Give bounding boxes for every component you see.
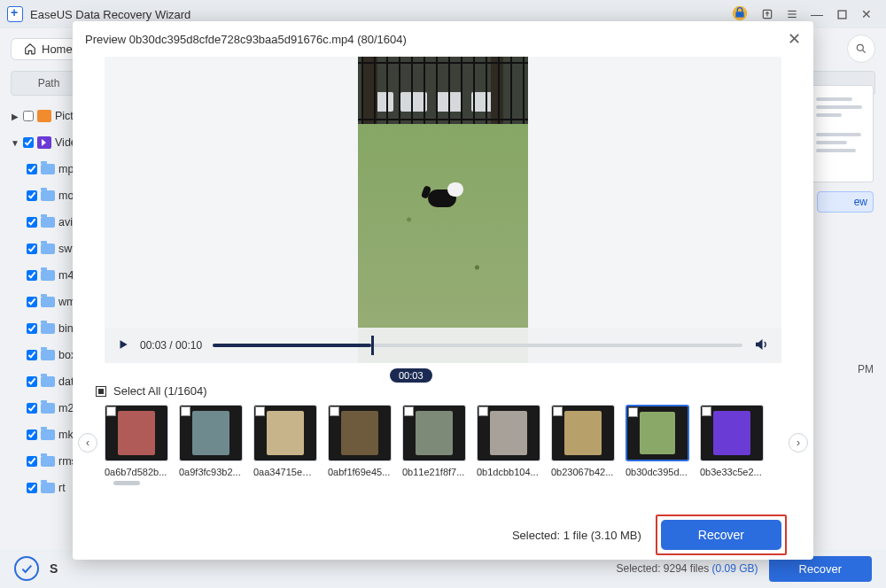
strip-scrollbar[interactable] xyxy=(113,481,140,485)
thumb-filename: 0b3e33c5e2... xyxy=(700,467,764,477)
thumb-filename: 0abf1f69e45... xyxy=(328,467,392,477)
svg-point-7 xyxy=(857,44,863,50)
app-logo-icon xyxy=(7,6,23,22)
close-button[interactable]: ✕ xyxy=(854,4,879,24)
folder-label: dat xyxy=(58,375,74,388)
thumb-checkbox[interactable] xyxy=(106,406,116,416)
folder-checkbox[interactable] xyxy=(27,164,37,174)
pictures-icon xyxy=(37,110,51,122)
thumb-checkbox[interactable] xyxy=(181,406,190,416)
video-preview[interactable]: 00:03 / 00:10 xyxy=(105,57,781,363)
folder-label: rt xyxy=(58,482,66,494)
select-all-row[interactable]: Select All (1/1604) xyxy=(96,384,813,398)
folder-checkbox[interactable] xyxy=(27,456,37,467)
svg-rect-1 xyxy=(735,12,743,17)
thumb-filename: 0a6b7d582b... xyxy=(105,467,168,477)
folder-icon xyxy=(41,190,55,201)
thumb-checkbox[interactable] xyxy=(330,406,339,416)
maximize-button[interactable] xyxy=(829,4,854,24)
folder-icon xyxy=(41,456,55,467)
thumb-checkbox[interactable] xyxy=(628,407,638,417)
folder-icon xyxy=(41,297,55,307)
folder-icon xyxy=(41,483,55,493)
thumb-checkbox[interactable] xyxy=(404,406,414,416)
svg-line-8 xyxy=(863,50,866,53)
thumb-checkbox[interactable] xyxy=(478,406,488,416)
path-label: Path xyxy=(22,77,75,89)
thumbnail-item[interactable]: 0b11e21f8f7... xyxy=(402,405,466,477)
time-display: 00:03 / 00:10 xyxy=(140,339,202,352)
select-all-label: Select All (1/1604) xyxy=(113,384,207,398)
video-controls: 00:03 / 00:10 xyxy=(105,328,781,363)
thumbnail-item[interactable]: 0b1dcbb104... xyxy=(477,405,540,477)
folder-checkbox[interactable] xyxy=(27,190,37,201)
strip-prev-button[interactable]: ‹ xyxy=(78,433,97,453)
chevron-down-icon[interactable]: ▼ xyxy=(11,138,19,148)
recover-button[interactable]: Recover xyxy=(661,520,781,550)
folder-icon xyxy=(41,323,55,334)
thumb-checkbox[interactable] xyxy=(553,406,563,416)
folder-checkbox[interactable] xyxy=(27,297,37,307)
folder-icon xyxy=(41,350,55,360)
folder-checkbox[interactable] xyxy=(27,323,37,334)
pm-label: PM xyxy=(858,363,874,375)
modal-selected-info: Selected: 1 file (3.10 MB) xyxy=(512,529,641,542)
thumbnail-item[interactable]: 0b3e33c5e2... xyxy=(700,405,764,477)
thumbnail-item[interactable]: 0a9f3fc93b2... xyxy=(179,405,243,477)
folder-checkbox[interactable] xyxy=(27,217,37,228)
search-button[interactable] xyxy=(847,35,875,63)
thumbnail-strip: ‹ › 0a6b7d582b...0a9f3fc93b2...0aa34715e… xyxy=(73,405,813,477)
folder-icon xyxy=(41,164,55,174)
videos-icon xyxy=(37,136,51,149)
seek-time-bubble: 00:03 xyxy=(390,368,432,383)
thumbnail-item[interactable]: 0b30dc395d... xyxy=(626,405,689,477)
folder-checkbox[interactable] xyxy=(27,244,37,254)
thumb-filename: 0b23067b42... xyxy=(551,467,615,477)
folder-icon xyxy=(41,244,55,254)
preview-thumbnail-peek xyxy=(810,85,874,182)
preview-modal: Preview 0b30dc395d8cfde728c93baa5d91676c… xyxy=(73,21,813,560)
scan-letter: S xyxy=(50,561,58,576)
folder-checkbox[interactable] xyxy=(27,483,37,493)
thumb-filename: 0b30dc395d... xyxy=(626,467,689,477)
folder-icon xyxy=(41,217,55,228)
svg-marker-9 xyxy=(120,340,128,348)
folder-checkbox[interactable] xyxy=(27,376,37,387)
modal-footer: Selected: 1 file (3.10 MB) Recover xyxy=(73,510,813,560)
thumbnail-item[interactable]: 0b23067b42... xyxy=(551,405,615,477)
play-button[interactable] xyxy=(117,338,129,353)
folder-checkbox[interactable] xyxy=(27,429,37,440)
chevron-right-icon[interactable]: ▶ xyxy=(11,112,19,121)
folder-checkbox[interactable] xyxy=(27,350,37,360)
folder-icon xyxy=(41,403,55,414)
recover-highlight: Recover xyxy=(656,514,787,555)
pictures-checkbox[interactable] xyxy=(23,111,34,121)
thumb-checkbox[interactable] xyxy=(702,406,711,416)
thumb-filename: 0aa34715e6f... xyxy=(253,467,317,477)
thumb-filename: 0a9f3fc93b2... xyxy=(179,467,243,477)
ew-chip[interactable]: ew xyxy=(817,191,874,213)
folder-icon xyxy=(41,429,55,440)
folder-checkbox[interactable] xyxy=(27,403,37,414)
thumbnail-item[interactable]: 0a6b7d582b... xyxy=(105,405,168,477)
selection-info: Selected: 9294 files (0.09 GB) xyxy=(616,562,758,575)
folder-label: bin xyxy=(58,322,74,335)
seek-bar[interactable] xyxy=(213,344,742,347)
modal-title: Preview 0b30dc395d8cfde728c93baa5d91676c… xyxy=(85,33,407,46)
videos-checkbox[interactable] xyxy=(23,137,34,148)
thumbnail-item[interactable]: 0aa34715e6f... xyxy=(253,405,317,477)
select-all-checkbox[interactable] xyxy=(96,386,106,397)
thumb-filename: 0b1dcbb104... xyxy=(477,467,540,477)
folder-checkbox[interactable] xyxy=(27,270,37,281)
thumb-filename: 0b11e21f8f7... xyxy=(402,467,466,477)
modal-close-button[interactable]: ✕ xyxy=(788,29,801,49)
svg-rect-6 xyxy=(838,11,846,19)
thumbnail-item[interactable]: 0abf1f69e45... xyxy=(328,405,392,477)
strip-next-button[interactable]: › xyxy=(789,433,808,453)
volume-icon[interactable] xyxy=(753,337,769,355)
folder-label: avi xyxy=(58,216,73,228)
video-frame xyxy=(358,57,528,363)
thumb-checkbox[interactable] xyxy=(255,406,265,416)
folder-icon xyxy=(41,270,55,281)
modal-header: Preview 0b30dc395d8cfde728c93baa5d91676c… xyxy=(73,21,813,57)
